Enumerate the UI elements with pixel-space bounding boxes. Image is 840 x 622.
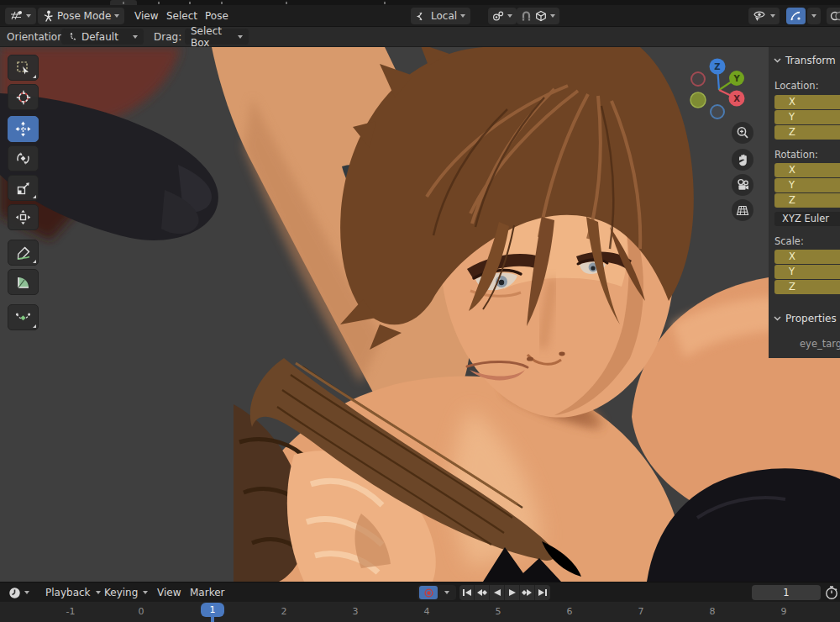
- show-gizmos-toggle[interactable]: [786, 8, 806, 24]
- pivot-point-dropdown[interactable]: [488, 8, 517, 24]
- scale-y-field[interactable]: Y: [774, 265, 840, 279]
- tool-settings-bar: Orientation: Default Drag: Select Box: [0, 27, 840, 47]
- armature-icon: [43, 10, 54, 22]
- current-frame-field[interactable]: 1: [752, 585, 821, 600]
- scale-z-field[interactable]: Z: [774, 280, 840, 294]
- tool-transform[interactable]: [8, 204, 39, 230]
- chevron-down-icon: [811, 14, 816, 18]
- frame-tick: 9: [767, 606, 801, 617]
- rotation-z-field[interactable]: Z: [774, 193, 840, 208]
- axis-y-label: Y: [732, 74, 740, 83]
- 3d-viewport-icon: [10, 10, 23, 22]
- tool-move[interactable]: [8, 116, 39, 142]
- frame-tick: 5: [481, 606, 515, 617]
- viewport-header: Pose Mode View Select Pose Local: [0, 5, 840, 27]
- camera-view-button[interactable]: [732, 174, 753, 196]
- jump-to-end-button[interactable]: [535, 585, 550, 600]
- auto-keying-button[interactable]: [419, 586, 438, 599]
- frame-tick: 6: [553, 606, 586, 617]
- orthographic-grid-button[interactable]: [732, 199, 753, 221]
- chevron-down-icon: [26, 14, 31, 18]
- timeline-header: Playback Keying View Marker: [0, 582, 840, 602]
- frame-tick: 2: [267, 606, 301, 617]
- location-z-field[interactable]: Z: [774, 125, 840, 140]
- editor-type-button[interactable]: [5, 8, 36, 24]
- orientation-default-value: Default: [81, 31, 129, 43]
- orientation-default-icon: [67, 31, 77, 42]
- tool-select-box[interactable]: [8, 55, 39, 81]
- eye-pointer-icon: [753, 10, 767, 22]
- tool-pose-breakdowner[interactable]: [8, 304, 39, 330]
- jump-to-start-button[interactable]: [459, 585, 475, 600]
- viewport-character: [0, 47, 840, 582]
- rotation-x-field[interactable]: X: [774, 163, 840, 177]
- transport-controls: [459, 585, 550, 600]
- snap-controls[interactable]: [517, 8, 559, 24]
- playhead-current-frame[interactable]: 1: [201, 603, 224, 617]
- tool-annotate[interactable]: [8, 240, 39, 266]
- chevron-down-icon: [460, 14, 465, 18]
- tool-cursor[interactable]: [8, 84, 39, 110]
- timeline-ruler[interactable]: -1 0 2 3 4 5 6 7 8 9 1: [0, 602, 840, 622]
- menu-playback-label: Playback: [45, 587, 91, 598]
- menu-view-timeline[interactable]: View: [154, 584, 184, 601]
- orientation-label: Orientation:: [7, 30, 67, 44]
- scale-x-field[interactable]: X: [774, 250, 840, 264]
- playhead-stem: [211, 617, 214, 622]
- chevron-down-icon: [444, 591, 449, 594]
- pan-hand-button[interactable]: [732, 149, 753, 171]
- menu-view[interactable]: View: [131, 8, 161, 24]
- drag-label: Drag:: [154, 30, 181, 44]
- transform-section-header[interactable]: Transform: [774, 55, 836, 66]
- tool-scale[interactable]: [8, 175, 39, 201]
- play-reverse-button[interactable]: [490, 585, 505, 600]
- frame-tick: 4: [410, 606, 444, 617]
- menu-pose[interactable]: Pose: [202, 8, 232, 24]
- drag-mode-value: Select Box: [191, 25, 234, 49]
- drag-mode-dropdown[interactable]: Select Box: [185, 29, 249, 45]
- frame-tick: 7: [624, 606, 658, 617]
- previous-keyframe-button[interactable]: [475, 585, 490, 600]
- auto-keying-group: [417, 585, 456, 600]
- blender-window: Pose Mode View Select Pose Local: [0, 0, 840, 622]
- auto-keying-dropdown[interactable]: [439, 591, 454, 594]
- gizmos-dropdown[interactable]: [807, 8, 821, 24]
- stopwatch-icon: [824, 585, 839, 600]
- orientation-default-dropdown[interactable]: Default: [61, 29, 144, 45]
- overlays-button[interactable]: [827, 8, 840, 24]
- clock-icon: [8, 587, 21, 599]
- transform-orientation-dropdown[interactable]: Local: [411, 8, 470, 24]
- navigation-gizmo[interactable]: Z Y X: [677, 50, 761, 126]
- zoom-button[interactable]: [732, 122, 753, 144]
- orientation-axis-icon: [416, 11, 428, 22]
- menu-keying[interactable]: Keying: [101, 584, 151, 601]
- next-keyframe-button[interactable]: [520, 585, 535, 600]
- timeline-editor-type-button[interactable]: [5, 584, 33, 601]
- chevron-down-icon: [24, 591, 29, 594]
- play-button[interactable]: [505, 585, 520, 600]
- menu-select[interactable]: Select: [163, 8, 201, 24]
- record-icon: [424, 588, 433, 598]
- viewport-3d[interactable]: Z Y X: [0, 47, 840, 582]
- location-y-field[interactable]: Y: [774, 110, 840, 124]
- axis-label: Z: [789, 281, 795, 293]
- frame-tick: -1: [54, 606, 87, 617]
- axis-minus-z-ball: [711, 105, 724, 119]
- location-x-field[interactable]: X: [774, 95, 840, 109]
- axis-label: Z: [789, 194, 795, 206]
- transform-title: Transform: [785, 55, 836, 66]
- menu-playback[interactable]: Playback: [42, 584, 104, 601]
- axis-label: X: [789, 250, 795, 262]
- tool-rotate[interactable]: [8, 145, 39, 171]
- snap-target-cube-icon: [535, 10, 547, 22]
- object-visibility-dropdown[interactable]: [748, 8, 780, 24]
- rotation-y-field[interactable]: Y: [774, 178, 840, 192]
- properties-section-header[interactable]: Properties: [774, 313, 837, 324]
- rotation-mode-dropdown[interactable]: XYZ Euler: [774, 212, 840, 226]
- rotation-mode-value: XYZ Euler: [782, 213, 829, 224]
- tool-measure[interactable]: [8, 269, 39, 295]
- chevron-down-icon: [238, 35, 243, 39]
- mode-dropdown[interactable]: Pose Mode: [38, 8, 124, 24]
- chevron-down-icon: [96, 591, 101, 594]
- menu-marker[interactable]: Marker: [186, 584, 228, 601]
